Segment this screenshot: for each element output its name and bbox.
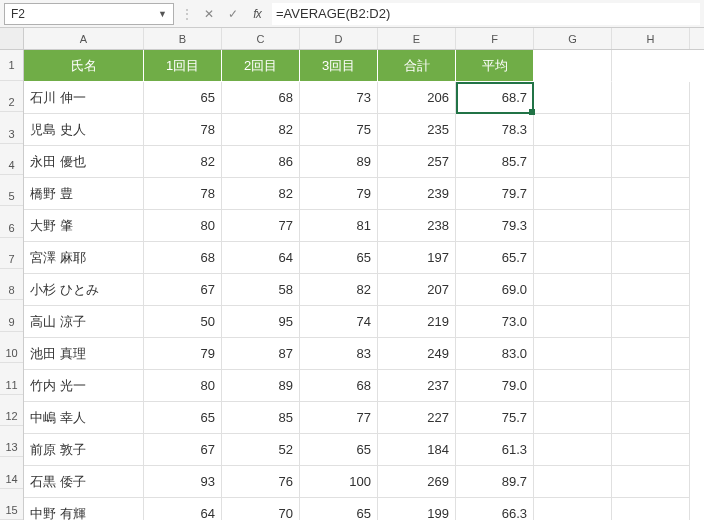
row-header[interactable]: 3 (0, 112, 23, 143)
row-header[interactable]: 10 (0, 332, 23, 363)
col-header[interactable]: D (300, 28, 378, 49)
t2-cell[interactable]: 68 (222, 82, 300, 114)
t1-cell[interactable]: 65 (144, 402, 222, 434)
row-header[interactable]: 9 (0, 300, 23, 331)
name-cell[interactable]: 橋野 豊 (24, 178, 144, 210)
select-all-corner[interactable] (0, 28, 23, 50)
row-header[interactable]: 7 (0, 238, 23, 269)
row-header[interactable]: 4 (0, 144, 23, 175)
avg-cell[interactable]: 83.0 (456, 338, 534, 370)
empty-cell[interactable] (612, 50, 690, 82)
row-header[interactable]: 8 (0, 269, 23, 300)
t1-cell[interactable]: 50 (144, 306, 222, 338)
col-header[interactable]: H (612, 28, 690, 49)
header-avg[interactable]: 平均 (456, 50, 534, 82)
row-header[interactable]: 12 (0, 395, 23, 426)
header-name[interactable]: 氏名 (24, 50, 144, 82)
sum-cell[interactable]: 235 (378, 114, 456, 146)
sum-cell[interactable]: 238 (378, 210, 456, 242)
empty-cell[interactable] (612, 306, 690, 338)
name-cell[interactable]: 石川 伸一 (24, 82, 144, 114)
row-header[interactable]: 2 (0, 81, 23, 112)
avg-cell[interactable]: 89.7 (456, 466, 534, 498)
t2-cell[interactable]: 87 (222, 338, 300, 370)
avg-cell[interactable]: 65.7 (456, 242, 534, 274)
t3-cell[interactable]: 65 (300, 498, 378, 520)
empty-cell[interactable] (612, 402, 690, 434)
t1-cell[interactable]: 80 (144, 370, 222, 402)
name-cell[interactable]: 大野 肇 (24, 210, 144, 242)
row-header[interactable]: 1 (0, 50, 23, 81)
t1-cell[interactable]: 78 (144, 114, 222, 146)
avg-cell[interactable]: 68.7 (456, 82, 534, 114)
t3-cell[interactable]: 82 (300, 274, 378, 306)
empty-cell[interactable] (612, 178, 690, 210)
t1-cell[interactable]: 79 (144, 338, 222, 370)
confirm-icon[interactable]: ✓ (224, 5, 242, 23)
empty-cell[interactable] (534, 146, 612, 178)
name-box[interactable]: F2 ▼ (4, 3, 174, 25)
t2-cell[interactable]: 95 (222, 306, 300, 338)
name-cell[interactable]: 前原 敦子 (24, 434, 144, 466)
t1-cell[interactable]: 64 (144, 498, 222, 520)
sum-cell[interactable]: 239 (378, 178, 456, 210)
sum-cell[interactable]: 269 (378, 466, 456, 498)
t2-cell[interactable]: 77 (222, 210, 300, 242)
t1-cell[interactable]: 82 (144, 146, 222, 178)
empty-cell[interactable] (534, 274, 612, 306)
empty-cell[interactable] (612, 114, 690, 146)
t1-cell[interactable]: 80 (144, 210, 222, 242)
sum-cell[interactable]: 219 (378, 306, 456, 338)
row-header[interactable]: 15 (0, 489, 23, 520)
sum-cell[interactable]: 197 (378, 242, 456, 274)
formula-input[interactable] (272, 3, 700, 25)
name-cell[interactable]: 永田 優也 (24, 146, 144, 178)
header-t2[interactable]: 2回目 (222, 50, 300, 82)
avg-cell[interactable]: 73.0 (456, 306, 534, 338)
sum-cell[interactable]: 237 (378, 370, 456, 402)
name-cell[interactable]: 中野 有輝 (24, 498, 144, 520)
name-cell[interactable]: 池田 真理 (24, 338, 144, 370)
empty-cell[interactable] (612, 82, 690, 114)
avg-cell[interactable]: 85.7 (456, 146, 534, 178)
t2-cell[interactable]: 58 (222, 274, 300, 306)
t3-cell[interactable]: 68 (300, 370, 378, 402)
t3-cell[interactable]: 89 (300, 146, 378, 178)
avg-cell[interactable]: 61.3 (456, 434, 534, 466)
header-sum[interactable]: 合計 (378, 50, 456, 82)
fx-icon[interactable]: fx (248, 5, 266, 23)
sum-cell[interactable]: 207 (378, 274, 456, 306)
empty-cell[interactable] (534, 402, 612, 434)
t2-cell[interactable]: 82 (222, 114, 300, 146)
empty-cell[interactable] (534, 338, 612, 370)
t2-cell[interactable]: 64 (222, 242, 300, 274)
empty-cell[interactable] (612, 498, 690, 520)
t3-cell[interactable]: 75 (300, 114, 378, 146)
col-header[interactable]: G (534, 28, 612, 49)
empty-cell[interactable] (534, 210, 612, 242)
name-cell[interactable]: 宮澤 麻耶 (24, 242, 144, 274)
t2-cell[interactable]: 76 (222, 466, 300, 498)
row-header[interactable]: 13 (0, 426, 23, 457)
sum-cell[interactable]: 199 (378, 498, 456, 520)
t3-cell[interactable]: 79 (300, 178, 378, 210)
sum-cell[interactable]: 227 (378, 402, 456, 434)
name-cell[interactable]: 竹内 光一 (24, 370, 144, 402)
name-cell[interactable]: 石黒 倭子 (24, 466, 144, 498)
t1-cell[interactable]: 78 (144, 178, 222, 210)
empty-cell[interactable] (612, 210, 690, 242)
t3-cell[interactable]: 81 (300, 210, 378, 242)
col-header[interactable]: B (144, 28, 222, 49)
t3-cell[interactable]: 83 (300, 338, 378, 370)
avg-cell[interactable]: 66.3 (456, 498, 534, 520)
t2-cell[interactable]: 85 (222, 402, 300, 434)
empty-cell[interactable] (612, 146, 690, 178)
t3-cell[interactable]: 65 (300, 434, 378, 466)
empty-cell[interactable] (612, 274, 690, 306)
empty-cell[interactable] (612, 434, 690, 466)
spreadsheet-grid[interactable]: 1 2 3 4 5 6 7 8 9 10 11 12 13 14 15 A B … (0, 28, 704, 520)
cells-area[interactable]: A B C D E F G H 氏名 1回目 2回目 3回目 合計 平均 石川 … (24, 28, 704, 520)
name-cell[interactable]: 高山 涼子 (24, 306, 144, 338)
t2-cell[interactable]: 52 (222, 434, 300, 466)
col-header[interactable]: A (24, 28, 144, 49)
